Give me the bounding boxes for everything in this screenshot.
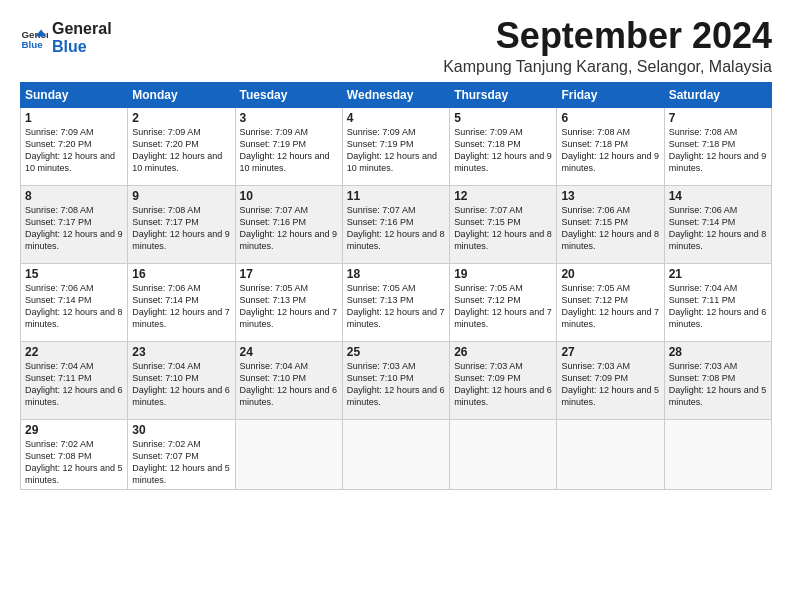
day-number: 9 xyxy=(132,189,230,203)
calendar-cell: 5 Sunrise: 7:09 AM Sunset: 7:18 PM Dayli… xyxy=(450,107,557,185)
calendar-week-3: 15 Sunrise: 7:06 AM Sunset: 7:14 PM Dayl… xyxy=(21,263,772,341)
day-number: 5 xyxy=(454,111,552,125)
header-tuesday: Tuesday xyxy=(235,82,342,107)
day-number: 23 xyxy=(132,345,230,359)
calendar-week-1: 1 Sunrise: 7:09 AM Sunset: 7:20 PM Dayli… xyxy=(21,107,772,185)
calendar-cell: 12 Sunrise: 7:07 AM Sunset: 7:15 PM Dayl… xyxy=(450,185,557,263)
calendar-cell: 27 Sunrise: 7:03 AM Sunset: 7:09 PM Dayl… xyxy=(557,341,664,419)
calendar-cell xyxy=(557,419,664,490)
day-number: 12 xyxy=(454,189,552,203)
day-number: 7 xyxy=(669,111,767,125)
month-title: September 2024 xyxy=(443,16,772,56)
calendar-cell: 14 Sunrise: 7:06 AM Sunset: 7:14 PM Dayl… xyxy=(664,185,771,263)
calendar-cell: 7 Sunrise: 7:08 AM Sunset: 7:18 PM Dayli… xyxy=(664,107,771,185)
day-number: 24 xyxy=(240,345,338,359)
logo-icon: General Blue xyxy=(20,24,48,52)
calendar-cell: 4 Sunrise: 7:09 AM Sunset: 7:19 PM Dayli… xyxy=(342,107,449,185)
calendar-cell xyxy=(235,419,342,490)
day-info: Sunrise: 7:04 AM Sunset: 7:11 PM Dayligh… xyxy=(25,360,123,409)
day-number: 1 xyxy=(25,111,123,125)
calendar-cell: 1 Sunrise: 7:09 AM Sunset: 7:20 PM Dayli… xyxy=(21,107,128,185)
day-info: Sunrise: 7:02 AM Sunset: 7:07 PM Dayligh… xyxy=(132,438,230,487)
day-info: Sunrise: 7:03 AM Sunset: 7:09 PM Dayligh… xyxy=(454,360,552,409)
day-number: 17 xyxy=(240,267,338,281)
calendar-cell xyxy=(450,419,557,490)
day-info: Sunrise: 7:04 AM Sunset: 7:10 PM Dayligh… xyxy=(240,360,338,409)
calendar-cell: 10 Sunrise: 7:07 AM Sunset: 7:16 PM Dayl… xyxy=(235,185,342,263)
day-number: 25 xyxy=(347,345,445,359)
header-friday: Friday xyxy=(557,82,664,107)
calendar-cell: 23 Sunrise: 7:04 AM Sunset: 7:10 PM Dayl… xyxy=(128,341,235,419)
day-number: 21 xyxy=(669,267,767,281)
day-info: Sunrise: 7:05 AM Sunset: 7:13 PM Dayligh… xyxy=(240,282,338,331)
day-info: Sunrise: 7:05 AM Sunset: 7:13 PM Dayligh… xyxy=(347,282,445,331)
logo-line2: Blue xyxy=(52,38,112,56)
calendar-cell: 20 Sunrise: 7:05 AM Sunset: 7:12 PM Dayl… xyxy=(557,263,664,341)
calendar-cell: 25 Sunrise: 7:03 AM Sunset: 7:10 PM Dayl… xyxy=(342,341,449,419)
day-info: Sunrise: 7:09 AM Sunset: 7:18 PM Dayligh… xyxy=(454,126,552,175)
day-number: 4 xyxy=(347,111,445,125)
header-wednesday: Wednesday xyxy=(342,82,449,107)
logo-line1: General xyxy=(52,20,112,38)
day-number: 22 xyxy=(25,345,123,359)
calendar-cell: 16 Sunrise: 7:06 AM Sunset: 7:14 PM Dayl… xyxy=(128,263,235,341)
calendar-cell: 30 Sunrise: 7:02 AM Sunset: 7:07 PM Dayl… xyxy=(128,419,235,490)
day-info: Sunrise: 7:05 AM Sunset: 7:12 PM Dayligh… xyxy=(454,282,552,331)
calendar-cell: 21 Sunrise: 7:04 AM Sunset: 7:11 PM Dayl… xyxy=(664,263,771,341)
day-number: 18 xyxy=(347,267,445,281)
calendar-week-2: 8 Sunrise: 7:08 AM Sunset: 7:17 PM Dayli… xyxy=(21,185,772,263)
location-title: Kampung Tanjung Karang, Selangor, Malays… xyxy=(443,58,772,76)
calendar-cell xyxy=(342,419,449,490)
calendar-cell: 6 Sunrise: 7:08 AM Sunset: 7:18 PM Dayli… xyxy=(557,107,664,185)
header-saturday: Saturday xyxy=(664,82,771,107)
day-number: 14 xyxy=(669,189,767,203)
day-number: 27 xyxy=(561,345,659,359)
day-number: 13 xyxy=(561,189,659,203)
day-info: Sunrise: 7:07 AM Sunset: 7:16 PM Dayligh… xyxy=(347,204,445,253)
calendar-cell: 26 Sunrise: 7:03 AM Sunset: 7:09 PM Dayl… xyxy=(450,341,557,419)
calendar-cell: 8 Sunrise: 7:08 AM Sunset: 7:17 PM Dayli… xyxy=(21,185,128,263)
day-info: Sunrise: 7:07 AM Sunset: 7:15 PM Dayligh… xyxy=(454,204,552,253)
day-info: Sunrise: 7:02 AM Sunset: 7:08 PM Dayligh… xyxy=(25,438,123,487)
day-info: Sunrise: 7:09 AM Sunset: 7:20 PM Dayligh… xyxy=(132,126,230,175)
page: General Blue General Blue September 2024… xyxy=(0,0,792,500)
calendar-cell: 19 Sunrise: 7:05 AM Sunset: 7:12 PM Dayl… xyxy=(450,263,557,341)
day-info: Sunrise: 7:05 AM Sunset: 7:12 PM Dayligh… xyxy=(561,282,659,331)
day-number: 2 xyxy=(132,111,230,125)
calendar-week-5: 29 Sunrise: 7:02 AM Sunset: 7:08 PM Dayl… xyxy=(21,419,772,490)
calendar-cell: 17 Sunrise: 7:05 AM Sunset: 7:13 PM Dayl… xyxy=(235,263,342,341)
title-block: September 2024 Kampung Tanjung Karang, S… xyxy=(443,16,772,76)
day-number: 28 xyxy=(669,345,767,359)
day-info: Sunrise: 7:06 AM Sunset: 7:14 PM Dayligh… xyxy=(25,282,123,331)
day-number: 30 xyxy=(132,423,230,437)
day-info: Sunrise: 7:08 AM Sunset: 7:17 PM Dayligh… xyxy=(25,204,123,253)
day-number: 15 xyxy=(25,267,123,281)
day-number: 26 xyxy=(454,345,552,359)
day-number: 11 xyxy=(347,189,445,203)
day-number: 29 xyxy=(25,423,123,437)
calendar-week-4: 22 Sunrise: 7:04 AM Sunset: 7:11 PM Dayl… xyxy=(21,341,772,419)
day-number: 3 xyxy=(240,111,338,125)
calendar-cell: 22 Sunrise: 7:04 AM Sunset: 7:11 PM Dayl… xyxy=(21,341,128,419)
day-number: 10 xyxy=(240,189,338,203)
calendar-cell: 18 Sunrise: 7:05 AM Sunset: 7:13 PM Dayl… xyxy=(342,263,449,341)
day-number: 16 xyxy=(132,267,230,281)
day-info: Sunrise: 7:06 AM Sunset: 7:14 PM Dayligh… xyxy=(132,282,230,331)
day-info: Sunrise: 7:09 AM Sunset: 7:19 PM Dayligh… xyxy=(240,126,338,175)
calendar-cell: 3 Sunrise: 7:09 AM Sunset: 7:19 PM Dayli… xyxy=(235,107,342,185)
day-info: Sunrise: 7:03 AM Sunset: 7:08 PM Dayligh… xyxy=(669,360,767,409)
svg-text:Blue: Blue xyxy=(21,38,43,49)
calendar-cell: 24 Sunrise: 7:04 AM Sunset: 7:10 PM Dayl… xyxy=(235,341,342,419)
day-info: Sunrise: 7:03 AM Sunset: 7:10 PM Dayligh… xyxy=(347,360,445,409)
day-info: Sunrise: 7:07 AM Sunset: 7:16 PM Dayligh… xyxy=(240,204,338,253)
day-number: 6 xyxy=(561,111,659,125)
calendar: SundayMondayTuesdayWednesdayThursdayFrid… xyxy=(20,82,772,491)
calendar-cell: 13 Sunrise: 7:06 AM Sunset: 7:15 PM Dayl… xyxy=(557,185,664,263)
day-info: Sunrise: 7:08 AM Sunset: 7:18 PM Dayligh… xyxy=(669,126,767,175)
calendar-cell: 29 Sunrise: 7:02 AM Sunset: 7:08 PM Dayl… xyxy=(21,419,128,490)
header-monday: Monday xyxy=(128,82,235,107)
header-sunday: Sunday xyxy=(21,82,128,107)
day-info: Sunrise: 7:04 AM Sunset: 7:10 PM Dayligh… xyxy=(132,360,230,409)
day-info: Sunrise: 7:04 AM Sunset: 7:11 PM Dayligh… xyxy=(669,282,767,331)
calendar-cell: 28 Sunrise: 7:03 AM Sunset: 7:08 PM Dayl… xyxy=(664,341,771,419)
